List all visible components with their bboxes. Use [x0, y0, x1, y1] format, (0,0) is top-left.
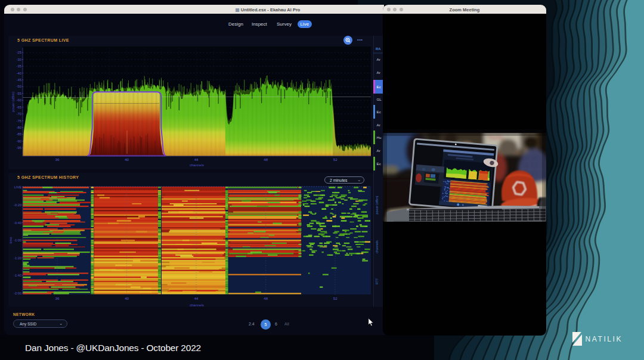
- svg-text:-65: -65: [17, 105, 21, 109]
- svg-text:-35: -35: [17, 64, 21, 68]
- svg-text:-85: -85: [17, 132, 21, 136]
- svg-text:GL: GL: [377, 97, 382, 101]
- svg-text:-0:40: -0:40: [14, 221, 21, 225]
- svg-text:-1:20: -1:20: [14, 256, 21, 260]
- svg-text:Ar: Ar: [377, 70, 380, 75]
- svg-text:time: time: [9, 237, 13, 244]
- svg-text:Ec: Ec: [377, 162, 381, 166]
- svg-text:channels: channels: [375, 240, 379, 253]
- svg-text:36: 36: [55, 157, 60, 162]
- svg-text:44: 44: [194, 157, 199, 162]
- svg-text:-75: -75: [17, 119, 21, 123]
- svg-text:48: 48: [264, 157, 268, 162]
- svg-text:-50: -50: [17, 85, 21, 88]
- svg-text:Ar: Ar: [377, 57, 380, 61]
- svg-text:52: 52: [333, 157, 338, 162]
- svg-text:52: 52: [333, 296, 338, 300]
- svg-text:Ar: Ar: [377, 148, 380, 153]
- svg-text:Ec: Ec: [377, 85, 381, 89]
- svg-text:-55: -55: [17, 92, 21, 95]
- svg-text:-2:00: -2:00: [14, 291, 21, 295]
- svg-text:-25: -25: [17, 51, 21, 54]
- svg-text:-90: -90: [17, 139, 21, 143]
- svg-text:power (dBm): power (dBm): [375, 195, 379, 214]
- svg-text:NATILIK: NATILIK: [586, 335, 623, 343]
- svg-text:-60: -60: [17, 98, 21, 102]
- svg-text:-45: -45: [17, 78, 21, 82]
- svg-text:channels: channels: [190, 163, 204, 167]
- svg-text:power (dBm): power (dBm): [11, 92, 15, 112]
- svg-text:-1:40: -1:40: [14, 274, 21, 277]
- svg-text:channels: channels: [190, 303, 204, 307]
- svg-text:40: 40: [125, 157, 129, 162]
- svg-text:-95: -95: [17, 146, 21, 150]
- svg-text:RTT: RTT: [375, 278, 379, 284]
- svg-text:-80: -80: [17, 126, 21, 129]
- svg-text:-1:00: -1:00: [14, 238, 21, 242]
- svg-text:RA: RA: [376, 47, 381, 51]
- svg-text:LIVE: LIVE: [14, 185, 21, 189]
- svg-text:-40: -40: [17, 72, 21, 75]
- svg-text:44: 44: [194, 296, 199, 300]
- svg-text:Ar: Ar: [377, 123, 380, 127]
- svg-text:Ec: Ec: [377, 110, 381, 114]
- svg-text:-0:20: -0:20: [14, 203, 21, 207]
- svg-text:-30: -30: [17, 58, 21, 61]
- svg-text:Hu: Hu: [377, 135, 382, 139]
- svg-text:-70: -70: [17, 112, 21, 116]
- svg-text:40: 40: [125, 296, 129, 300]
- svg-text:36: 36: [55, 296, 60, 300]
- svg-text:48: 48: [264, 296, 268, 300]
